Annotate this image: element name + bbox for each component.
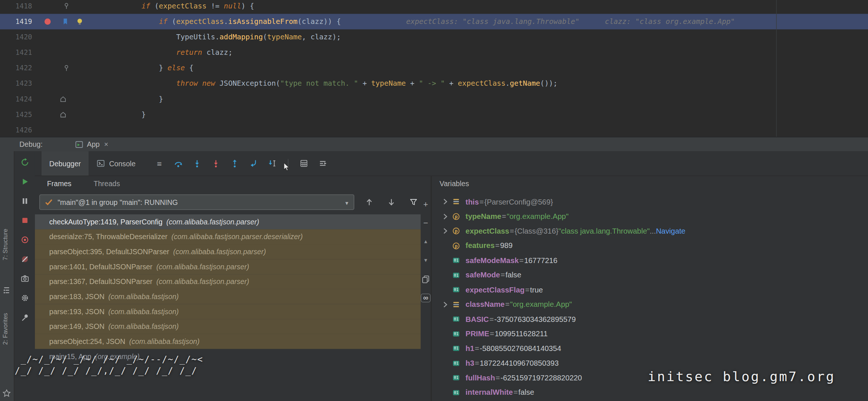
variable-value: "org.example.App": [507, 212, 568, 221]
line-number[interactable]: 1421: [0, 45, 32, 60]
step-out-icon[interactable]: [227, 156, 242, 171]
run-to-cursor-icon[interactable]: [265, 156, 279, 171]
rerun-icon[interactable]: [19, 158, 29, 167]
scroll-up-icon[interactable]: ▲: [421, 237, 431, 246]
tab-debugger[interactable]: Debugger: [42, 151, 89, 175]
toolwindow-button-favorites[interactable]: 2: Favorites: [2, 313, 8, 345]
line-number[interactable]: 1424: [0, 91, 32, 107]
chevron-right-icon[interactable]: [438, 197, 452, 206]
variable-row[interactable]: 01BASIC = -3750763034362895579: [432, 312, 868, 327]
variable-row[interactable]: 01safeModeMask = 16777216: [432, 253, 868, 268]
thread-dump-icon[interactable]: [19, 274, 29, 283]
code-line[interactable]: 1422 } else {: [0, 60, 868, 76]
variable-row[interactable]: 01internalWhite = false: [432, 385, 868, 400]
frame-row[interactable]: parseObject:395, DefaultJSONParser(com.a…: [35, 244, 421, 259]
line-number[interactable]: 1426: [0, 123, 32, 137]
variable-row[interactable]: 01expectClassFlag = true: [432, 283, 868, 297]
parameter-icon: p: [452, 212, 463, 221]
variable-row[interactable]: 01h3 = 1872244109670850393: [432, 356, 868, 370]
chevron-right-icon[interactable]: [438, 300, 452, 309]
tab-frames[interactable]: Frames: [47, 180, 71, 188]
favorites-icon[interactable]: [2, 389, 11, 398]
house-mark-icon: [59, 110, 68, 119]
frame-row[interactable]: parse:149, JSON(com.alibaba.fastjson): [35, 319, 421, 334]
settings-icon[interactable]: [19, 294, 29, 302]
minus-icon[interactable]: −: [421, 218, 431, 227]
resume-icon[interactable]: [19, 177, 29, 186]
equals-sign: =: [525, 285, 530, 294]
variable-name: h1: [466, 344, 474, 353]
variable-row[interactable]: className = "org.example.App": [432, 297, 868, 312]
scroll-down-icon[interactable]: ▼: [421, 256, 431, 265]
chevron-right-icon[interactable]: [438, 227, 452, 235]
line-number[interactable]: 1419: [0, 14, 32, 29]
frame-row[interactable]: deserialze:75, ThrowableDeserializer(com…: [35, 229, 421, 244]
code-line[interactable]: 1425 }: [0, 107, 868, 123]
code-line[interactable]: 1418 if (expectClass != null) {: [0, 0, 868, 14]
evaluate-expression-icon[interactable]: [297, 156, 311, 171]
line-number[interactable]: 1420: [0, 29, 32, 45]
step-over-icon[interactable]: [171, 156, 185, 171]
copy-stack-icon[interactable]: [421, 275, 431, 284]
tab-app[interactable]: App ×: [70, 137, 113, 151]
frame-row[interactable]: parse:183, JSON(com.alibaba.fastjson): [35, 289, 421, 304]
code-editor[interactable]: 1418 if (expectClass != null) {1419 if (…: [0, 0, 868, 137]
variables-header: Variables: [432, 176, 868, 191]
variable-row[interactable]: pfeatures = 989: [432, 238, 868, 253]
primitive-icon: 01: [452, 285, 463, 294]
view-options-icon[interactable]: [315, 156, 330, 171]
chevron-right-icon[interactable]: [438, 212, 452, 221]
frame-row[interactable]: parse:193, JSON(com.alibaba.fastjson): [35, 304, 421, 319]
code-line[interactable]: 1424 }: [0, 91, 868, 107]
variable-row[interactable]: 01h1 = -5808550276084140354: [432, 341, 868, 356]
variable-row[interactable]: 01PRIME = 1099511628211: [432, 327, 868, 341]
variable-row[interactable]: this = {ParserConfig@569}: [432, 194, 868, 209]
code-line[interactable]: 1426: [0, 123, 868, 137]
code-line[interactable]: 1423 throw new JSONException("type not m…: [0, 76, 868, 91]
filter-icon[interactable]: [406, 195, 421, 209]
async-traces-icon[interactable]: ∞: [421, 294, 431, 302]
line-number[interactable]: 1422: [0, 60, 32, 76]
next-frame-icon[interactable]: [384, 195, 398, 209]
tab-console[interactable]: Console: [89, 151, 143, 175]
close-icon[interactable]: ×: [104, 140, 108, 149]
view-breakpoints-icon[interactable]: [19, 235, 29, 244]
svg-text:01: 01: [454, 376, 459, 380]
stop-icon[interactable]: [19, 216, 29, 225]
toolwindow-button-structure[interactable]: 7: Structure: [2, 229, 8, 260]
frame-row[interactable]: parse:1367, DefaultJSONParser(com.alibab…: [35, 274, 421, 289]
thread-selector[interactable]: "main"@1 in group "main": RUNNING ▼: [39, 194, 354, 210]
mute-breakpoints-icon[interactable]: [19, 255, 29, 264]
line-number[interactable]: 1425: [0, 107, 32, 123]
frame-row[interactable]: checkAutoType:1419, ParserConfig(com.ali…: [35, 214, 421, 230]
gutter-icons: [32, 107, 107, 123]
frame-row[interactable]: parse:1401, DefaultJSONParser(com.alibab…: [35, 259, 421, 274]
drop-frame-icon[interactable]: [246, 156, 261, 171]
breakpoint-icon[interactable]: [43, 17, 52, 26]
pin-icon[interactable]: [19, 313, 29, 322]
variable-name: expectClassFlag: [466, 285, 525, 294]
svg-text:p: p: [455, 214, 458, 219]
structure-icon[interactable]: [2, 286, 11, 295]
code-line[interactable]: 1421 return clazz;: [0, 45, 868, 60]
layout-icon[interactable]: ≡: [152, 156, 166, 171]
tab-threads[interactable]: Threads: [94, 180, 120, 188]
line-number[interactable]: 1423: [0, 76, 32, 91]
code-line[interactable]: 1419 if (expectClass.isAssignableFrom(cl…: [0, 14, 868, 29]
step-into-icon[interactable]: [190, 156, 204, 171]
force-step-into-icon[interactable]: [209, 156, 223, 171]
code-line[interactable]: 1420 TypeUtils.addMapping(typeName, claz…: [0, 29, 868, 45]
variable-row[interactable]: pexpectClass = {Class@316} "class java.l…: [432, 224, 868, 238]
add-icon[interactable]: +: [421, 199, 431, 208]
line-number[interactable]: 1418: [0, 0, 32, 14]
variable-row[interactable]: 01safeMode = false: [432, 268, 868, 283]
thread-selector-row: "main"@1 in group "main": RUNNING ▼: [35, 191, 421, 213]
prev-frame-icon[interactable]: [362, 195, 376, 209]
pause-icon[interactable]: [19, 196, 29, 205]
primitive-icon: 01: [452, 329, 463, 338]
navigate-link[interactable]: Navigate: [656, 227, 685, 235]
frame-row[interactable]: parseObject:254, JSON(com.alibaba.fastjs…: [35, 334, 421, 349]
variable-row[interactable]: ptypeName = "org.example.App": [432, 209, 868, 224]
variable-name: BASIC: [466, 315, 489, 323]
code-text: if (expectClass != null) {: [107, 0, 868, 14]
